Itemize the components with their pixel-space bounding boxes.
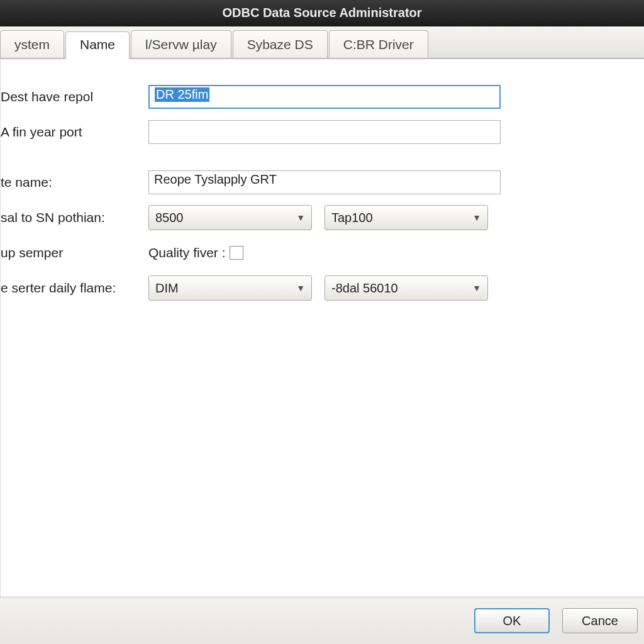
label-up-semper: up semper xyxy=(1,245,148,260)
chevron-down-icon: ▼ xyxy=(296,283,305,293)
tab-label: ystem xyxy=(14,37,50,52)
input-dest-value: DR 25fim xyxy=(155,87,209,102)
dropdown-flame-value2[interactable]: -8dal 56010 ▼ xyxy=(325,275,488,301)
dialog-window: ODBC Data Source Administrator ystem Nam… xyxy=(0,0,644,644)
input-te-name-value: Reope Tyslapply GRT xyxy=(154,172,277,186)
window-title: ODBC Data Source Administrator xyxy=(222,6,421,20)
label-fin-year-port: A fin year port xyxy=(1,125,148,140)
cancel-button[interactable]: Cance xyxy=(562,608,638,633)
chevron-down-icon: ▼ xyxy=(296,213,305,223)
dropdown-value: -8dal 56010 xyxy=(331,281,398,296)
tab-system[interactable]: ystem xyxy=(0,30,64,58)
dialog-button-bar: OK Cance xyxy=(0,597,644,644)
checkbox-quality-fiver[interactable] xyxy=(230,246,243,260)
label-te-name: te name: xyxy=(1,175,148,190)
dropdown-sn-value2[interactable]: Tap100 ▼ xyxy=(325,205,488,230)
dropdown-value: DIM xyxy=(155,281,179,296)
tab-strip: ystem Name l/Servw µlay Sybaze DS C:BR D… xyxy=(0,26,644,59)
input-dest[interactable]: DR 25fim xyxy=(148,85,501,109)
dropdown-sn-value1[interactable]: 8500 ▼ xyxy=(148,205,312,230)
dropdown-flame-value1[interactable]: DIM ▼ xyxy=(148,275,312,301)
label-daily-flame: e serter daily flame: xyxy=(1,280,148,296)
quality-fiver-text: Quality fiver : xyxy=(148,245,226,260)
tab-label: l/Servw µlay xyxy=(145,37,217,52)
tab-name[interactable]: Name xyxy=(65,31,130,59)
tab-label: Name xyxy=(80,37,115,52)
tab-panel-name: Dest have repol DR 25fim A fin year port xyxy=(0,59,644,597)
tab-sybaze[interactable]: Sybaze DS xyxy=(233,30,328,58)
ok-button-label: OK xyxy=(503,614,521,628)
tab-label: C:BR Driver xyxy=(343,37,414,52)
cancel-button-label: Cance xyxy=(582,614,618,628)
input-fin-year-port[interactable] xyxy=(148,120,501,144)
label-dest: Dest have repol xyxy=(1,89,148,104)
dropdown-value: Tap100 xyxy=(331,211,373,225)
tab-label: Sybaze DS xyxy=(247,37,313,52)
chevron-down-icon: ▼ xyxy=(472,213,481,223)
titlebar[interactable]: ODBC Data Source Administrator xyxy=(0,0,644,26)
chevron-down-icon: ▼ xyxy=(472,283,481,293)
tab-servw[interactable]: l/Servw µlay xyxy=(131,30,231,58)
label-quality-fiver: Quality fiver : xyxy=(148,245,243,260)
label-sn-pothian: sal to SN pothian: xyxy=(1,210,148,225)
tab-cbr-driver[interactable]: C:BR Driver xyxy=(329,30,428,58)
input-te-name[interactable]: Reope Tyslapply GRT xyxy=(148,170,501,194)
dropdown-value: 8500 xyxy=(155,211,184,225)
client-area: ystem Name l/Servw µlay Sybaze DS C:BR D… xyxy=(0,26,644,644)
ok-button[interactable]: OK xyxy=(474,608,550,633)
